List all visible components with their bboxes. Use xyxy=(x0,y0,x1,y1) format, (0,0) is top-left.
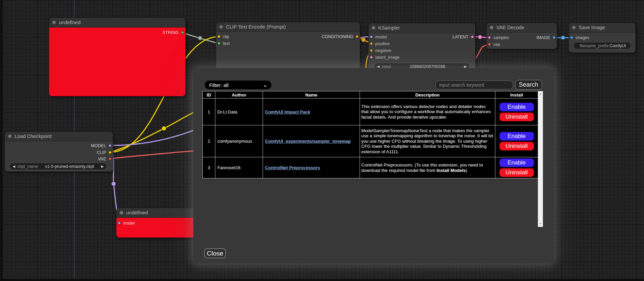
scroll-down-icon[interactable]: ▼ xyxy=(538,223,543,225)
output-vae[interactable]: VAE xyxy=(98,156,112,162)
input-latent-image[interactable]: latent_image xyxy=(370,54,400,60)
reroute-dot-yellow[interactable] xyxy=(162,126,166,131)
increment-arrow-icon[interactable]: ▶ xyxy=(464,65,467,68)
port-dot-conditioning[interactable] xyxy=(356,35,359,38)
close-button[interactable]: Close xyxy=(204,248,226,258)
node-title-bar[interactable]: VAE Decode xyxy=(486,23,557,33)
node-title-bar[interactable]: undefined xyxy=(116,208,205,218)
port-dot-samples[interactable] xyxy=(488,36,491,39)
scroll-up-icon[interactable]: ▲ xyxy=(538,93,543,95)
port-dot-negative[interactable] xyxy=(370,49,373,52)
decrement-arrow-icon[interactable]: ◀ xyxy=(377,65,380,68)
port-dot-images[interactable] xyxy=(570,36,573,39)
increment-arrow-icon[interactable]: ▶ xyxy=(101,165,104,168)
port-dot-vae-out[interactable] xyxy=(109,157,112,160)
output-string[interactable]: STRING xyxy=(163,30,184,35)
port-dot-positive[interactable] xyxy=(370,42,373,45)
reroute-dot-pink[interactable] xyxy=(478,35,482,39)
node-undefined-top[interactable]: undefined STRING xyxy=(49,18,185,96)
port-label: CLIP xyxy=(97,150,106,155)
port-dot-string[interactable] xyxy=(181,31,184,34)
output-latent[interactable]: LATENT xyxy=(452,34,474,40)
port-label: MODEL xyxy=(91,143,106,148)
output-clip[interactable]: CLIP xyxy=(97,150,112,155)
reroute-dot-gray[interactable] xyxy=(198,36,202,40)
port-dot-model[interactable] xyxy=(370,35,373,38)
search-input[interactable] xyxy=(435,81,513,89)
port-label: model xyxy=(123,221,135,226)
port-label: VAE xyxy=(98,157,106,161)
input-clip[interactable]: clip xyxy=(217,34,229,39)
port-label: negative xyxy=(375,48,391,53)
port-dot-image[interactable] xyxy=(552,36,556,39)
output-image[interactable]: IMAGE xyxy=(536,35,556,40)
table-scrollbar[interactable]: ▲ ▼ xyxy=(538,91,543,227)
port-dot-latent[interactable] xyxy=(471,35,474,38)
header-author: Author xyxy=(215,91,263,99)
collapse-dot-icon[interactable] xyxy=(372,26,375,30)
enable-button[interactable]: Enable xyxy=(499,103,534,111)
input-negative[interactable]: negative xyxy=(370,48,391,53)
cell-description: ControlNet Preprocessors. (To use this e… xyxy=(360,157,495,178)
port-dot-model-out[interactable] xyxy=(109,144,112,147)
input-model[interactable]: model xyxy=(118,220,135,226)
node-ksampler[interactable]: KSampler model positive negative latent_… xyxy=(368,23,475,71)
ckpt-name-widget[interactable]: ◀ ckpt_name v1-5-pruned-emaonly.ckpt ▶ xyxy=(10,163,107,170)
input-samples[interactable]: samples xyxy=(488,35,509,40)
node-vae-decode[interactable]: VAE Decode samples vae IMAGE xyxy=(486,23,557,49)
filename-prefix-widget[interactable]: filename_prefix ComfyUI xyxy=(573,42,631,49)
port-label: vae xyxy=(493,42,500,47)
node-clip-text-encode[interactable]: CLIP Text Encode (Prompt) clip text COND… xyxy=(216,22,360,71)
collapse-dot-icon[interactable] xyxy=(572,26,576,29)
header-description: Description xyxy=(360,91,495,99)
uninstall-button[interactable]: Uninstall xyxy=(499,142,534,151)
output-model[interactable]: MODEL xyxy=(91,143,112,148)
node-save-image[interactable]: Save Image images filename_prefix ComfyU… xyxy=(569,23,635,53)
extension-link[interactable]: ControlNet Preprocessors xyxy=(265,165,320,170)
collapse-dot-icon[interactable] xyxy=(490,26,493,29)
collapse-dot-icon[interactable] xyxy=(219,25,223,29)
port-dot-latent-image[interactable] xyxy=(370,56,373,59)
node-load-checkpoint[interactable]: Load Checkpoint MODEL CLIP VAE ◀ ckpt_na… xyxy=(5,131,113,172)
reroute-dot-blue[interactable] xyxy=(561,36,565,40)
node-canvas[interactable]: undefined STRING CLIP Text Encode (Promp… xyxy=(0,0,644,281)
port-dot-model[interactable] xyxy=(118,222,121,225)
filter-dropdown[interactable]: Filter: all ⌄ xyxy=(205,81,271,89)
node-title-bar[interactable]: CLIP Text Encode (Prompt) xyxy=(216,22,360,32)
port-dot-text[interactable] xyxy=(217,42,220,45)
collapse-dot-icon[interactable] xyxy=(52,21,56,24)
widget-label: ckpt_name xyxy=(17,164,38,169)
search-button[interactable]: Search xyxy=(515,80,542,90)
extension-link[interactable]: ComfyUI_experiments/sampler_tonemap xyxy=(265,139,351,144)
widget-label: filename_prefix xyxy=(576,43,609,48)
port-dot-clip[interactable] xyxy=(217,35,220,38)
decrement-arrow-icon[interactable]: ◀ xyxy=(13,165,15,168)
reroute-dot-orange[interactable] xyxy=(361,38,366,42)
cell-id: 2 xyxy=(203,125,215,157)
node-undefined-bottom[interactable]: undefined model xyxy=(116,208,205,238)
port-label: text xyxy=(223,41,230,46)
extension-link[interactable]: ComfyUI Impact Pack xyxy=(265,109,310,115)
uninstall-button[interactable]: Uninstall xyxy=(499,112,534,121)
node-title: VAE Decode xyxy=(496,25,524,30)
node-title-bar[interactable]: Save Image xyxy=(569,23,635,33)
input-vae[interactable]: vae xyxy=(488,41,500,47)
enable-button[interactable]: Enable xyxy=(499,158,534,167)
port-dot-clip-out[interactable] xyxy=(109,151,112,154)
input-positive[interactable]: positive xyxy=(370,41,390,47)
uninstall-button[interactable]: Uninstall xyxy=(499,168,534,177)
collapse-dot-icon[interactable] xyxy=(120,211,123,214)
node-title-bar[interactable]: Load Checkpoint xyxy=(5,131,113,141)
input-text[interactable]: text xyxy=(217,40,230,46)
table-header-row: ID Author Name Description Install xyxy=(203,91,538,99)
node-title-bar[interactable]: KSampler xyxy=(368,23,475,33)
input-model[interactable]: model xyxy=(370,34,387,40)
reroute-dot-purple[interactable] xyxy=(112,182,116,186)
output-conditioning[interactable]: CONDITIONING xyxy=(322,34,359,39)
enable-button[interactable]: Enable xyxy=(499,132,534,141)
input-images[interactable]: images xyxy=(570,35,589,40)
port-dot-vae[interactable] xyxy=(488,43,491,46)
node-title-bar[interactable]: undefined xyxy=(49,18,185,28)
header-install: Install xyxy=(495,91,538,99)
collapse-dot-icon[interactable] xyxy=(8,135,12,138)
